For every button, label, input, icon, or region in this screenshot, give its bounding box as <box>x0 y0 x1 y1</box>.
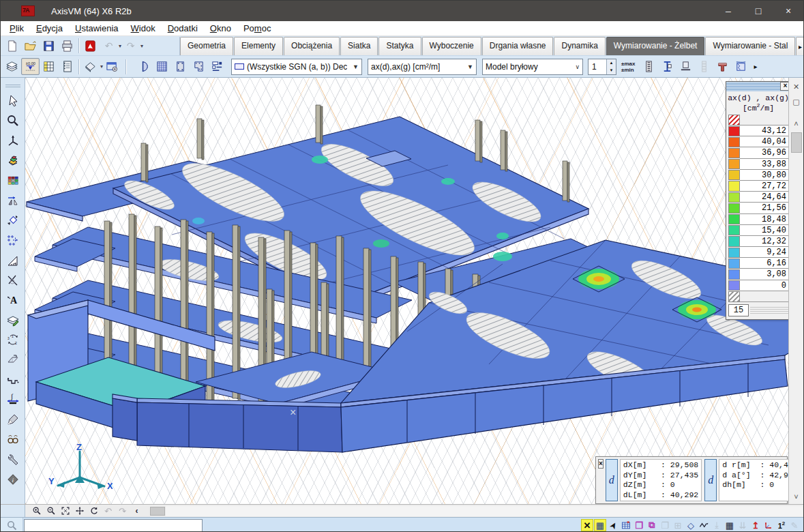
tab-overflow-arrow[interactable]: ▸ <box>799 43 802 50</box>
layer-edit-icon[interactable] <box>3 310 23 329</box>
zoom-fit-icon[interactable] <box>58 505 72 517</box>
vertical-scrollbar-thumb[interactable] <box>791 132 802 153</box>
result-component-select[interactable]: ax(d),ax(g) [cm²/m] ▼ <box>368 59 477 75</box>
grid-snap-icon[interactable]: ▦ <box>594 519 606 531</box>
legend-titlebar[interactable]: × <box>726 82 788 91</box>
menu-widok[interactable]: Widok <box>125 22 162 35</box>
close-button[interactable]: × <box>773 1 803 21</box>
drop-node-icon[interactable]: ⤓ <box>711 519 723 531</box>
open-model-icon[interactable] <box>21 38 40 55</box>
redo-icon[interactable]: ↷ <box>121 38 140 55</box>
beam-check-icon[interactable] <box>676 58 695 75</box>
text-annotation-icon[interactable]: A <box>3 291 23 310</box>
color-palette-icon[interactable] <box>3 171 23 190</box>
legend-close-button[interactable]: × <box>780 82 788 91</box>
coordinate-axes-icon[interactable] <box>3 131 23 150</box>
render-mode-icon[interactable] <box>81 58 100 75</box>
rotate-view-icon[interactable] <box>87 505 101 517</box>
punching-check-icon[interactable] <box>713 58 732 75</box>
pan-icon[interactable] <box>72 505 87 517</box>
zoom-tool-icon[interactable] <box>3 111 23 130</box>
sketch-pencil-icon[interactable]: ✎ <box>788 519 801 531</box>
snap-off-icon[interactable]: ✕ <box>581 519 593 531</box>
menu-pomoc[interactable]: Pomoc <box>237 22 277 35</box>
window-fit-icon[interactable]: ❐ <box>633 519 645 531</box>
surface-reinforcement-icon[interactable] <box>134 58 153 75</box>
menu-ustawienia[interactable]: Ustawienia <box>69 22 125 35</box>
tab-wyboczenie[interactable]: Wyboczenie <box>422 37 481 55</box>
result-legend-panel[interactable]: × ax(d) , ax(g) [cm2/m] 43,1240,0436,963… <box>726 81 788 320</box>
axes-display-icon[interactable] <box>762 519 775 531</box>
array-copy-icon[interactable] <box>3 231 23 250</box>
menu-edycja[interactable]: Edycja <box>30 22 69 35</box>
cursor-mode-icon[interactable]: ➤ <box>607 519 619 531</box>
building-model[interactable]: × <box>25 78 788 504</box>
tab-dynamika[interactable]: Dynamika <box>554 37 605 55</box>
menu-dodatki[interactable]: Dodatki <box>162 22 204 35</box>
flashlight-icon[interactable] <box>3 410 23 429</box>
local-axis-icon[interactable]: ↥ <box>749 519 762 531</box>
minimize-button[interactable]: – <box>713 1 743 21</box>
draw-order-icon[interactable]: 123 <box>3 330 23 349</box>
scale-spinner[interactable]: 1 ▲▼ <box>588 59 616 75</box>
tab-siatka[interactable]: Siatka <box>340 37 378 55</box>
new-document-icon[interactable] <box>3 38 21 55</box>
move-vertex-icon[interactable] <box>3 211 23 230</box>
redo-dropdown-icon[interactable]: ▾ <box>140 43 143 49</box>
display-glasses-icon[interactable] <box>3 430 23 449</box>
load-combination-select[interactable]: (Wszystkie SGN (a, b)) Dec ▼ <box>231 59 362 75</box>
scroll-down-icon[interactable]: ˅ <box>790 490 803 503</box>
tables-icon[interactable] <box>40 58 58 75</box>
display-mode-select[interactable]: Model bryłowy ∨ <box>482 59 583 75</box>
model-3d-view[interactable]: × Z Y X × <box>25 78 788 504</box>
delta-badge[interactable]: d <box>704 459 717 501</box>
tab-obciążenia[interactable]: Obciążenia <box>284 37 340 55</box>
geometry-ruler-icon[interactable] <box>3 251 23 270</box>
polyline-icon[interactable] <box>698 519 710 531</box>
section-strip-icon[interactable] <box>640 58 658 75</box>
tab-drgania-własne[interactable]: Drgania własne <box>482 37 554 55</box>
view-undo-icon[interactable]: ↶ <box>101 505 115 517</box>
mesh-display-icon[interactable]: ▦ <box>724 519 736 531</box>
tab-statyka[interactable]: Statyka <box>378 37 421 55</box>
window-split-icon[interactable]: ⊞ <box>672 519 684 531</box>
spinner-down-icon[interactable]: ▼ <box>607 67 616 74</box>
transform-mirror-icon[interactable] <box>3 191 23 210</box>
tab-wymiarowanie-żelbet[interactable]: Wymiarowanie - Żelbet <box>606 37 705 55</box>
print-icon[interactable] <box>58 38 76 55</box>
storey-level-icon[interactable]: ±0.00 <box>21 58 40 75</box>
beam-reinforcement-icon[interactable] <box>190 58 208 75</box>
workplane-icon[interactable] <box>3 350 23 369</box>
drawing-window-icon[interactable] <box>103 58 121 75</box>
menu-okno[interactable]: Okno <box>204 22 237 35</box>
tab-elementy[interactable]: Elementy <box>234 37 283 55</box>
horizontal-scrollbar-thumb[interactable] <box>150 507 165 516</box>
coordinate-panel[interactable]: × ddX[m] : 29,508 dY[m] : 27,435 dZ[m] :… <box>595 456 788 504</box>
numbering-icon[interactable]: 12 <box>775 519 788 531</box>
view-redo-icon[interactable]: ↷ <box>115 505 130 517</box>
scroll-up-icon[interactable]: ˄ <box>790 117 803 130</box>
tools-wrench-icon[interactable] <box>3 449 23 469</box>
undo-icon[interactable]: ↶ <box>100 38 118 55</box>
double-down-icon[interactable]: ⇊ <box>736 519 749 531</box>
spinner-up-icon[interactable]: ▲ <box>607 59 616 67</box>
toolbar-grip[interactable] <box>5 85 20 87</box>
vertex-snap-icon[interactable]: ◇ <box>685 519 697 531</box>
section-step-icon[interactable] <box>3 370 23 389</box>
tab-wymiarowanie-stal[interactable]: Wymiarowanie - Stal <box>705 37 795 55</box>
maximize-button[interactable]: □ <box>743 1 773 21</box>
legend-level-count[interactable]: 15 <box>728 304 749 316</box>
pane-close-icon[interactable]: ✕ <box>790 80 803 93</box>
horizontal-scrollbar-track[interactable] <box>166 506 803 516</box>
info-marker-icon[interactable]: i <box>3 470 23 489</box>
extremes-toggle[interactable]: ±max ±min <box>619 61 638 73</box>
section-integral-icon[interactable]: ∫ <box>3 390 23 409</box>
render-object-icon[interactable] <box>3 151 23 171</box>
crack-width-icon[interactable] <box>732 58 750 75</box>
menu-plik[interactable]: Plik <box>3 22 30 35</box>
selection-cursor-icon[interactable] <box>3 91 23 110</box>
toolbar-overflow-arrow[interactable]: ▸ <box>754 63 757 70</box>
delta-badge[interactable]: d <box>606 459 618 501</box>
strip-check-icon[interactable] <box>695 58 713 75</box>
column-reinforcement-icon[interactable] <box>171 58 190 75</box>
